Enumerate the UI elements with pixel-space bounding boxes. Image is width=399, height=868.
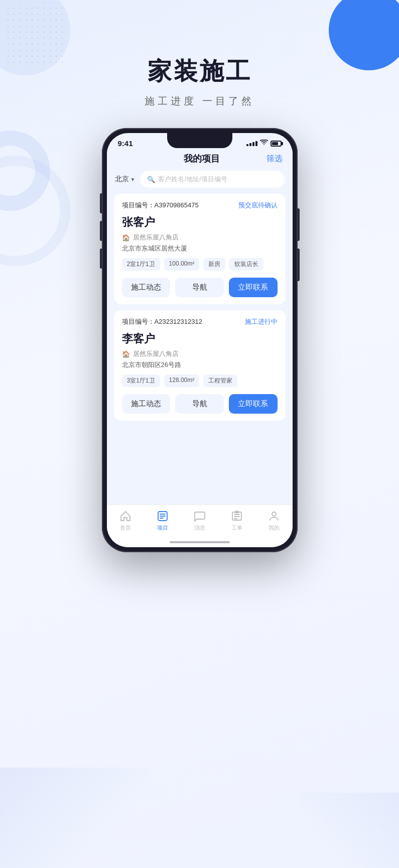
project-number-value-1: A39709865475 [155, 201, 199, 209]
tag-2-0: 3室1厅1卫 [122, 375, 160, 387]
tag-1-1: 100.00m² [164, 258, 200, 271]
project-number-label-1: 项目编号： [122, 201, 155, 209]
nav-item-mine[interactable]: 我的 [268, 510, 280, 532]
search-icon: 🔍 [147, 176, 155, 183]
signal-bar-4 [255, 141, 257, 146]
store-icon-2: 🏠 [122, 350, 130, 358]
project-number-value-2: A232312312312 [155, 318, 202, 325]
project-number-1: 项目编号：A39709865475 [122, 201, 199, 210]
project-number-2: 项目编号：A232312312312 [122, 317, 202, 326]
project-meta-2: 项目编号：A232312312312 施工进行中 [122, 317, 278, 326]
signal-bar-3 [252, 142, 254, 146]
bg-bottom-left [0, 768, 151, 868]
nav-label-home: 首页 [120, 524, 131, 532]
battery-fill [272, 142, 278, 145]
contact-btn-2[interactable]: 立即联系 [229, 394, 278, 414]
nav-label-messages: 消息 [194, 524, 205, 532]
store-icon-1: 🏠 [122, 234, 130, 241]
search-input-wrap[interactable]: 🔍 客户姓名/地址/项目编号 [140, 171, 284, 188]
home-icon [119, 510, 131, 522]
construction-dynamics-btn-1[interactable]: 施工动态 [122, 278, 171, 297]
signal-bar-2 [249, 143, 251, 146]
actions-1: 施工动态 导航 立即联系 [122, 278, 278, 297]
tags-2: 3室1厅1卫 128.00m² 工程管家 [122, 375, 278, 387]
nav-item-project[interactable]: 项目 [157, 510, 169, 532]
nav-label-project: 项目 [157, 524, 168, 532]
tag-1-2: 新房 [203, 258, 225, 271]
project-number-label-2: 项目编号： [122, 318, 155, 325]
filter-button[interactable]: 筛选 [267, 154, 283, 164]
status-time: 9:41 [118, 139, 133, 148]
phone-screen: 9:41 [107, 133, 293, 547]
city-label: 北京 [115, 175, 129, 184]
bg-dots [5, 5, 65, 65]
search-bar: 北京 ▼ 🔍 客户姓名/地址/项目编号 [107, 171, 293, 194]
tag-2-1: 128.00m² [164, 375, 200, 387]
nav-item-workorder[interactable]: 工单 [231, 510, 243, 532]
signal-bars-icon [246, 141, 257, 146]
city-selector[interactable]: 北京 ▼ [115, 175, 136, 184]
app-header: 我的项目 筛选 [107, 148, 293, 171]
tag-2-2: 工程管家 [203, 375, 237, 387]
home-bar [170, 541, 230, 543]
hero-subtitle: 施工进度 一目了然 [0, 94, 399, 108]
tags-1: 2室1厅1卫 100.00m² 新房 软装店长 [122, 258, 278, 271]
store-info-2: 🏠 居然乐屋八角店 [122, 349, 278, 358]
svg-point-3 [272, 512, 276, 516]
project-status-1: 预交底待确认 [238, 201, 278, 210]
workorder-icon [231, 510, 243, 522]
chevron-down-icon: ▼ [130, 177, 136, 182]
nav-item-messages[interactable]: 消息 [194, 510, 206, 532]
nav-item-home[interactable]: 首页 [119, 510, 131, 532]
project-card-2: 项目编号：A232312312312 施工进行中 李客户 🏠 居然乐屋八角店 北… [114, 310, 286, 421]
bg-bottom-right [299, 793, 399, 868]
signal-bar-1 [246, 144, 248, 146]
project-card-1: 项目编号：A39709865475 预交底待确认 张客户 🏠 居然乐屋八角店 北… [114, 194, 286, 304]
project-meta-1: 项目编号：A39709865475 预交底待确认 [122, 201, 278, 210]
status-icons [246, 140, 282, 147]
customer-name-2: 李客户 [122, 331, 278, 346]
tag-1-0: 2室1厅1卫 [122, 258, 160, 271]
notch [167, 133, 232, 148]
navigation-btn-1[interactable]: 导航 [175, 278, 224, 297]
nav-label-mine: 我的 [269, 524, 280, 532]
project-icon [157, 510, 169, 522]
store-name-2: 居然乐屋八角店 [133, 349, 179, 358]
store-name-1: 居然乐屋八角店 [133, 233, 179, 242]
actions-2: 施工动态 导航 立即联系 [122, 394, 278, 414]
address-2: 北京市朝阳区26号路 [122, 360, 278, 369]
header-title: 我的项目 [184, 153, 220, 165]
project-status-2: 施工进行中 [245, 317, 278, 326]
address-1: 北京市东城区居然大厦 [122, 244, 278, 253]
search-placeholder: 客户姓名/地址/项目编号 [158, 175, 227, 184]
store-info-1: 🏠 居然乐屋八角店 [122, 233, 278, 242]
contact-btn-1[interactable]: 立即联系 [229, 278, 278, 297]
battery-icon [271, 141, 282, 147]
navigation-btn-2[interactable]: 导航 [175, 394, 224, 414]
main-area: 9:41 [107, 133, 293, 505]
construction-dynamics-btn-2[interactable]: 施工动态 [122, 394, 171, 414]
wifi-icon [260, 140, 268, 147]
phone-mockup: 9:41 [102, 128, 298, 552]
customer-name-1: 张客户 [122, 215, 278, 230]
nav-label-workorder: 工单 [231, 524, 242, 532]
tag-1-3: 软装店长 [229, 258, 263, 271]
project-list: 项目编号：A39709865475 预交底待确认 张客户 🏠 居然乐屋八角店 北… [107, 194, 293, 505]
profile-icon [268, 510, 280, 522]
messages-icon [194, 510, 206, 522]
